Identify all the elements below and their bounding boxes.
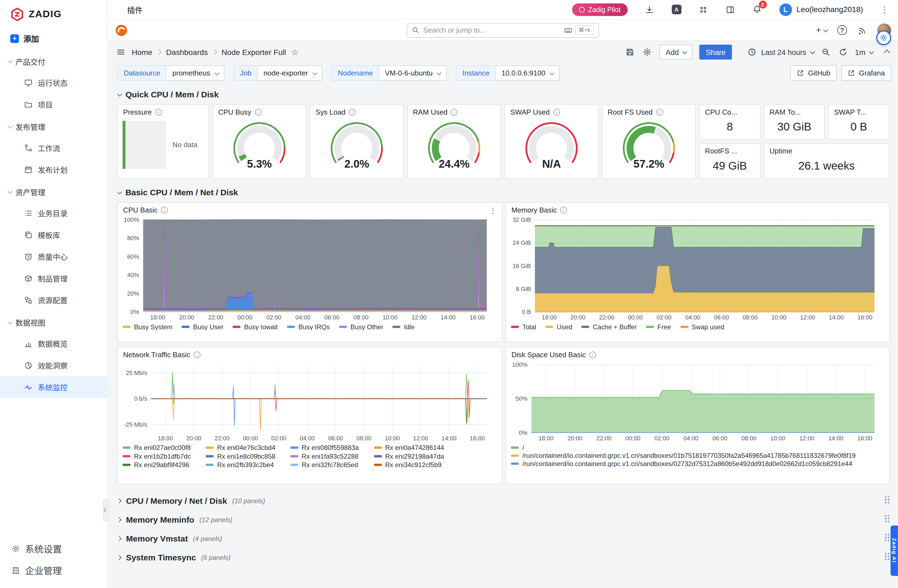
info-icon[interactable]: i — [255, 109, 261, 116]
variable-value-dropdown[interactable]: node-exporter — [258, 65, 322, 81]
sidebar-section-4[interactable]: 数据视图 — [0, 312, 107, 333]
drag-handle-icon[interactable] — [884, 495, 890, 504]
sidebar-item-package[interactable]: 制品管理 — [0, 267, 107, 289]
legend-item[interactable]: Cache + Buffer — [581, 324, 637, 330]
sidebar-item-workflow[interactable]: 工作流 — [0, 137, 107, 159]
info-icon[interactable]: i — [451, 109, 458, 116]
sidebar-item-folder[interactable]: 项目 — [0, 93, 107, 115]
disk-space-chart[interactable]: 0%50%100%18:0020:0022:0000:0002:0004:000… — [509, 361, 880, 442]
info-icon[interactable]: i — [589, 352, 596, 358]
gauge-panel-sys-load[interactable]: Sys Loadi2.0% — [310, 104, 404, 179]
variable-value-dropdown[interactable]: VM-0-6-ubuntu — [379, 65, 447, 81]
info-icon[interactable]: i — [553, 109, 560, 116]
gauge-panel-ram-used[interactable]: RAM Usedi24.4% — [407, 104, 501, 179]
legend-item[interactable]: Rx eni080f559883a — [290, 444, 359, 451]
breadcrumb-home[interactable]: Home — [132, 48, 152, 56]
search-input[interactable]: Search or jump to... ⌘+k — [407, 23, 599, 37]
variable-nodename[interactable]: NodenameVM-0-6-ubuntu — [332, 65, 447, 81]
stat-panel-swap-t[interactable]: SWAP T...0 B — [828, 104, 889, 140]
memory-basic-chart[interactable]: 0 B8 GiB16 GiB24 GiB32 GiB18:0020:0022:0… — [509, 216, 880, 322]
legend-item[interactable]: Rx eni2fb393c2be4 — [206, 461, 275, 468]
legend-item[interactable]: Busy User — [182, 324, 223, 330]
sidebar-collapse-handle[interactable] — [103, 499, 109, 521]
gauge-panel-swap-used[interactable]: SWAP UsediN/A — [504, 104, 598, 179]
sidebar-item-barchart[interactable]: 数据概览 — [0, 333, 107, 355]
info-icon[interactable]: i — [161, 207, 168, 213]
sidebar-section-1[interactable]: 产品交付 — [0, 51, 107, 71]
zadig-pilot-button[interactable]: Zadig Pilot — [572, 3, 627, 16]
legend-item[interactable]: Busy Other — [339, 324, 383, 330]
info-icon[interactable]: i — [560, 207, 567, 213]
info-icon[interactable]: i — [155, 109, 162, 116]
sidebar-item-copy[interactable]: 模板库 — [0, 224, 107, 246]
panel-menu-icon[interactable]: ⋮ — [489, 206, 497, 214]
apps-icon[interactable] — [698, 5, 708, 14]
legend-item[interactable]: /run/containerd/io.containerd.grpc.v1.cr… — [511, 460, 886, 467]
new-menu-button[interactable]: + — [816, 25, 827, 35]
memory-basic-panel[interactable]: Memory Basici 0 B8 GiB16 GiB24 GiB32 GiB… — [506, 202, 890, 342]
dashboard-row-memory-vmstat[interactable]: Memory Vmstat(4 panels) — [117, 529, 891, 548]
stat-panel-rootfs[interactable]: RootFS ...49 GiB — [700, 143, 760, 179]
drag-handle-icon[interactable] — [884, 552, 890, 561]
save-dashboard-icon[interactable] — [625, 47, 635, 57]
pressure-panel[interactable]: Pressurei No data — [117, 104, 209, 179]
info-icon[interactable]: i — [656, 109, 663, 116]
notifications-bell-icon[interactable]: 2 — [752, 5, 762, 14]
download-icon[interactable] — [644, 5, 655, 14]
section-quick-cpu-mem-disk[interactable]: Quick CPU / Mem / Disk — [117, 90, 891, 99]
variable-datasource[interactable]: Datasourceprometheus — [117, 65, 224, 81]
legend-item[interactable]: /run/containerd/io.containerd.grpc.v1.cr… — [511, 452, 886, 459]
legend-item[interactable]: Busy System — [123, 324, 172, 330]
legend-item[interactable]: Free — [646, 324, 671, 330]
info-icon[interactable]: i — [349, 109, 356, 116]
breadcrumb-current[interactable]: Node Exporter Full — [221, 48, 286, 56]
legend-item[interactable]: Rx eni1fa93c52288 — [290, 453, 359, 460]
grafana-link-button[interactable]: Grafana — [841, 65, 891, 81]
mega-menu-icon[interactable] — [116, 47, 126, 57]
variable-value-dropdown[interactable]: 10.0.0.6:9100 — [496, 65, 560, 81]
gauge-panel-root-fs-used[interactable]: Root FS Usedi57.2% — [602, 104, 696, 179]
legend-item[interactable]: Rx eni32fc78c65ed — [290, 461, 359, 468]
info-icon[interactable]: i — [194, 352, 201, 358]
variable-instance[interactable]: Instance10.0.0.6:9100 — [456, 65, 560, 81]
time-range-picker[interactable]: Last 24 hours — [747, 47, 814, 57]
grafana-logo-icon[interactable] — [115, 23, 128, 37]
dashboard-settings-icon[interactable] — [642, 47, 653, 57]
legend-item[interactable]: Rx eni292198a47da — [374, 453, 444, 460]
sidebar-item-monitor[interactable]: 运行状态 — [0, 72, 107, 94]
sidebar-item-pie[interactable]: 效能洞察 — [0, 355, 107, 376]
legend-item[interactable]: Rx eni1e8c09bc858 — [206, 453, 275, 460]
legend-item[interactable]: Rx eni027ae0c00f8 — [123, 444, 191, 451]
variable-job[interactable]: Jobnode-exporter — [234, 65, 322, 81]
news-icon[interactable] — [857, 25, 867, 35]
zadig-logo[interactable]: ZADIG — [0, 0, 107, 26]
dashboard-row-memory-meminfo[interactable]: Memory Meminfo(12 panels) — [117, 510, 891, 529]
add-panel-button[interactable]: Add — [660, 45, 693, 59]
panel-layout-icon[interactable] — [725, 5, 735, 14]
add-button[interactable]: + 添加 — [11, 32, 97, 44]
legend-item[interactable]: Rx eni0a474286144 — [374, 444, 444, 451]
zadig-settings-floating-button[interactable] — [876, 30, 891, 45]
help-icon[interactable]: ? — [837, 25, 847, 35]
share-button[interactable]: Share — [700, 45, 732, 59]
dashboard-row-cpu-memory-net-disk[interactable]: CPU / Memory / Net / Disk(10 panels) — [117, 491, 891, 510]
network-traffic-panel[interactable]: Network Traffic Basici -25 Mb/s0 b/s25 M… — [117, 347, 502, 484]
cpu-basic-panel[interactable]: CPU Basici⋮ 0%20%40%60%80%100%18:0020:00… — [117, 202, 502, 342]
breadcrumb-dashboards[interactable]: Dashboards — [166, 48, 208, 56]
stat-panel-cpu-co[interactable]: CPU Co...8 — [700, 104, 760, 140]
legend-item[interactable]: Rx eni1b2b1dfb7dc — [123, 453, 191, 460]
sidebar-section-2[interactable]: 发布管理 — [0, 116, 107, 137]
refresh-interval-picker[interactable]: 1m — [855, 48, 873, 56]
sidebar-item-list[interactable]: 业务目录 — [0, 202, 107, 224]
cpu-basic-chart[interactable]: 0%20%40%60%80%100%18:0020:0022:0000:0002… — [120, 216, 493, 322]
sidebar-item-building[interactable]: 企业管理 — [0, 559, 107, 581]
sidebar-item-activity[interactable]: 系统监控 — [0, 376, 107, 398]
network-traffic-chart[interactable]: -25 Mb/s0 b/s25 Mb/s18:0020:0022:0000:00… — [120, 361, 493, 442]
zoom-out-time-icon[interactable] — [821, 47, 831, 57]
legend-item[interactable]: Rx eni04e76c3cbd4 — [206, 444, 275, 451]
stat-panel-ram-to[interactable]: RAM To...30 GiB — [764, 104, 825, 140]
sidebar-section-3[interactable]: 资产管理 — [0, 181, 107, 202]
user-menu[interactable]: L Leo(leozhang2018) — [779, 3, 863, 16]
drag-handle-icon[interactable] — [884, 533, 890, 542]
collapse-controls-icon[interactable] — [884, 50, 890, 56]
